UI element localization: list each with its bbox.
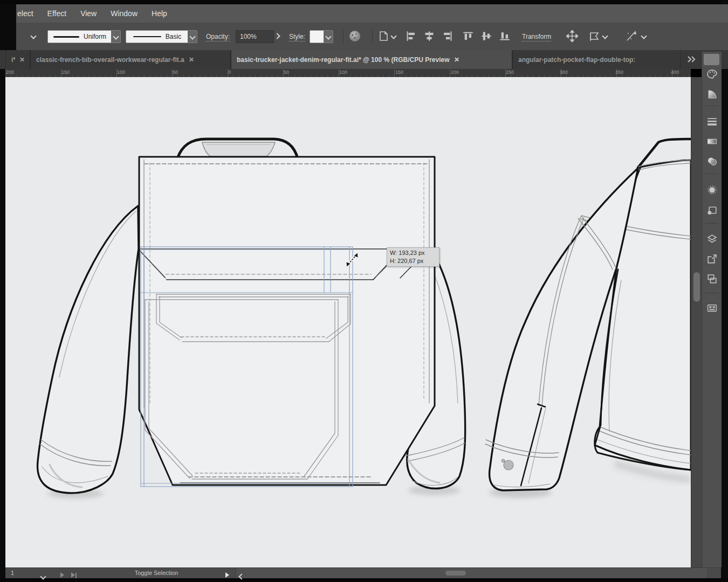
shape-mode-icon[interactable]	[589, 30, 601, 42]
document-tab-bar: i* classic-french-bib-overall-workwear-r…	[0, 50, 728, 69]
tab-label: i*	[11, 56, 15, 64]
export-panel-icon[interactable]	[702, 250, 722, 268]
layers-panel-icon[interactable]	[702, 230, 722, 248]
stroke-panel-icon[interactable]	[702, 112, 722, 130]
transform-link[interactable]: Transform	[522, 33, 551, 41]
ruler-label: 300	[560, 70, 568, 75]
stroke-profile-label: Uniform	[84, 33, 106, 40]
appearance-panel-icon[interactable]	[702, 181, 722, 199]
ruler-label: 200	[451, 70, 459, 75]
left-flat-drawing[interactable]	[38, 139, 465, 493]
screen-bottom-edge	[0, 578, 728, 582]
libraries-panel-icon[interactable]	[702, 299, 722, 317]
right-flat-drawing[interactable]	[485, 139, 691, 490]
menu-window[interactable]: Window	[111, 9, 138, 18]
ruler-label: 150	[395, 70, 403, 75]
cuff-button	[504, 460, 513, 470]
align-horizontal-center-icon[interactable]	[424, 30, 435, 42]
brush-dropdown-icon[interactable]	[188, 30, 197, 43]
ruler-label: 50	[284, 70, 289, 75]
status-expand-icon[interactable]	[225, 570, 229, 580]
tab-close-icon[interactable]	[454, 57, 459, 62]
document-setup-icon[interactable]	[377, 30, 390, 42]
menu-view[interactable]: View	[80, 9, 97, 18]
tab-overflow-icon[interactable]	[686, 55, 697, 66]
tab-close-icon[interactable]	[189, 57, 194, 62]
free-transform-icon[interactable]	[566, 30, 578, 42]
horizontal-scrollbar[interactable]	[236, 568, 707, 578]
opacity-label[interactable]: Opacity:	[206, 33, 230, 41]
align-left-icon[interactable]	[406, 30, 416, 42]
next-artboard-icon[interactable]	[60, 570, 64, 580]
tab-document-active[interactable]: basic-trucker-jacket-denim-regular-fit.a…	[231, 50, 512, 69]
opacity-value-field[interactable]: 100%	[236, 30, 274, 43]
brush-preview	[133, 36, 161, 37]
align-bottom-icon[interactable]	[499, 30, 510, 42]
menu-help[interactable]: Help	[152, 9, 167, 18]
color-panel-icon[interactable]	[702, 65, 722, 83]
color-guide-panel-icon[interactable]	[702, 85, 722, 103]
artboard-canvas[interactable]: W: 193,23 px H: 220,67 px	[5, 77, 691, 567]
status-text[interactable]: Toggle Selection	[102, 570, 210, 576]
gradient-panel-icon[interactable]	[702, 132, 722, 150]
brush-definition-label: Basic	[166, 33, 181, 40]
tab-document-partial[interactable]: i*	[5, 50, 30, 69]
transparency-panel-icon[interactable]	[702, 152, 722, 170]
variable-width-dropdown-icon[interactable]	[31, 30, 36, 42]
divider	[372, 29, 373, 44]
screen-left-edge	[0, 50, 5, 582]
divider	[343, 29, 344, 44]
control-bar-left-mask	[0, 23, 16, 50]
stroke-profile-dropdown-icon[interactable]	[111, 30, 121, 43]
tab-label: basic-trucker-jacket-denim-regular-fit.a…	[237, 56, 450, 64]
screen-right-edge	[721, 0, 728, 582]
last-artboard-icon[interactable]	[71, 570, 77, 580]
stroke-profile-preview	[53, 36, 79, 38]
tab-document-angular[interactable]: angular-patch-pocket-flap-double-top:	[512, 50, 681, 69]
graphic-styles-panel-icon[interactable]	[702, 201, 722, 219]
style-label[interactable]: Style:	[289, 33, 305, 41]
menu-effect[interactable]: Effect	[47, 9, 67, 18]
tab-label: classic-french-bib-overall-workwear-regu…	[36, 56, 184, 64]
align-top-icon[interactable]	[463, 30, 473, 42]
tab-close-icon[interactable]	[19, 57, 24, 62]
ruler-label: 100	[117, 70, 125, 75]
canvas-artwork[interactable]	[5, 77, 691, 567]
vertical-scrollbar-thumb[interactable]	[693, 272, 700, 302]
vertical-scrollbar[interactable]	[691, 77, 702, 567]
document-setup-dropdown-icon[interactable]	[392, 30, 396, 42]
recolor-artwork-icon[interactable]	[348, 30, 361, 42]
control-bar: Uniform Basic Opacity: 100% Style: T	[0, 23, 728, 51]
scroll-left-icon[interactable]	[239, 571, 244, 581]
panel-dock-header[interactable]	[704, 54, 719, 65]
menu-select[interactable]: elect	[17, 9, 33, 18]
horizontal-ruler[interactable]: 200 150 100 50 0 50 100 150 200 250 300 …	[5, 69, 691, 78]
align-right-icon[interactable]	[442, 30, 453, 42]
ruler-label: 0	[228, 70, 231, 75]
tooltip-height-value: H: 220,67 px	[390, 257, 436, 265]
ruler-label: 100	[339, 70, 347, 75]
ruler-label: 400	[671, 70, 679, 75]
tooltip-width-value: W: 193,23 px	[390, 249, 436, 257]
graphic-pen-dropdown-icon[interactable]	[642, 30, 646, 42]
menu-bar: elect Effect View Window Help	[0, 4, 728, 23]
horizontal-scrollbar-thumb[interactable]	[445, 571, 466, 576]
align-vertical-center-icon[interactable]	[481, 30, 492, 42]
size-tooltip: W: 193,23 px H: 220,67 px	[387, 247, 439, 267]
artboard-number: 1	[11, 570, 14, 576]
stroke-profile-combo[interactable]: Uniform	[47, 30, 112, 43]
panel-divider	[705, 174, 718, 174]
style-swatch[interactable]	[310, 30, 325, 43]
artboard-nav-dropdown-icon[interactable]	[41, 571, 45, 581]
panel-divider	[705, 223, 718, 224]
panel-divider	[705, 106, 718, 106]
artboards-panel-icon[interactable]	[702, 269, 722, 288]
status-bar: 1 Toggle Selection	[5, 567, 721, 578]
ruler-label: 350	[615, 70, 623, 75]
tab-document-overall[interactable]: classic-french-bib-overall-workwear-regu…	[30, 50, 231, 69]
shape-mode-dropdown-icon[interactable]	[603, 30, 607, 42]
brush-definition-combo[interactable]: Basic	[126, 30, 189, 43]
graphic-pen-icon[interactable]	[624, 30, 637, 42]
style-dropdown-icon[interactable]	[324, 30, 333, 43]
opacity-expand-icon[interactable]	[273, 30, 281, 42]
